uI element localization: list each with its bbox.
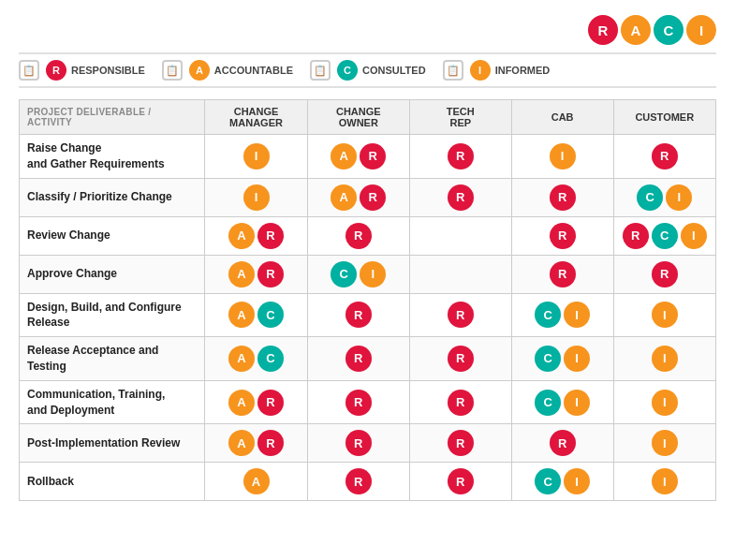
table-row: RollbackARRCII xyxy=(20,463,716,501)
cell-3-4: R xyxy=(613,255,715,293)
cell-0-3: I xyxy=(511,135,613,179)
cell-4-3: CI xyxy=(511,293,613,337)
legend-c: 📋CCONSULTED xyxy=(310,60,426,81)
cell-2-1: R xyxy=(307,216,409,255)
col-header-2: TECHREP xyxy=(409,100,511,135)
badge-r: R xyxy=(448,430,474,456)
legend-a: 📋AACCOUNTABLE xyxy=(162,60,293,81)
title-row: RACI xyxy=(19,15,716,45)
legend-badge-c: C xyxy=(337,60,358,81)
cell-4-2: R xyxy=(409,293,511,337)
badge-r: R xyxy=(360,184,386,211)
corner-badge-i: I xyxy=(686,15,716,45)
cell-1-4: CI xyxy=(613,178,715,216)
badge-r: R xyxy=(652,143,678,169)
badge-r: R xyxy=(345,302,372,328)
badge-a: A xyxy=(228,390,255,416)
cell-1-2: R xyxy=(409,178,511,216)
badge-a: A xyxy=(228,346,255,372)
legend-r: 📋RRESPONSIBLE xyxy=(19,60,145,81)
badge-i: I xyxy=(564,390,590,416)
cell-6-1: R xyxy=(307,380,409,424)
badge-a: A xyxy=(228,261,255,287)
badge-r: R xyxy=(550,223,576,249)
badge-c: C xyxy=(535,302,561,328)
cell-7-1: R xyxy=(307,424,409,463)
badge-r: R xyxy=(448,302,474,328)
badge-r: R xyxy=(257,261,284,287)
cell-1-3: R xyxy=(511,178,613,216)
badge-i: I xyxy=(550,143,576,169)
activity-cell-1: Classify / Prioritize Change xyxy=(20,178,205,216)
cell-8-4: I xyxy=(613,463,715,501)
legend-badge-a: A xyxy=(189,60,210,81)
badge-r: R xyxy=(550,430,576,456)
table-row: Communication, Training,and DeploymentAR… xyxy=(20,380,716,424)
cell-0-2: R xyxy=(409,135,511,179)
cell-5-1: R xyxy=(307,337,409,381)
legend-badge-r: R xyxy=(46,60,66,81)
badge-i: I xyxy=(564,302,590,328)
cell-2-3: R xyxy=(511,216,613,255)
badge-r: R xyxy=(448,184,474,211)
legend-label-a: ACCOUNTABLE xyxy=(214,65,293,76)
badge-r: R xyxy=(652,261,678,287)
badge-r: R xyxy=(345,430,372,456)
cell-2-2 xyxy=(409,216,511,255)
badge-r: R xyxy=(345,223,372,249)
cell-8-3: CI xyxy=(511,463,613,501)
cell-2-4: RCI xyxy=(613,216,715,255)
col-header-1: CHANGEOWNER xyxy=(307,100,409,135)
badge-a: A xyxy=(228,430,255,456)
activity-cell-0: Raise Changeand Gather Requirements xyxy=(20,135,205,179)
badge-r: R xyxy=(550,261,576,287)
badge-r: R xyxy=(448,143,474,169)
cell-1-1: AR xyxy=(307,178,409,216)
badge-r: R xyxy=(550,184,576,211)
table-row: Classify / Prioritize ChangeIARRRCI xyxy=(20,178,716,216)
cell-4-1: R xyxy=(307,293,409,337)
cell-4-4: I xyxy=(613,293,715,337)
table-row: Review ChangeARRRRCI xyxy=(20,216,716,255)
cell-3-3: R xyxy=(511,255,613,293)
activity-cell-8: Rollback xyxy=(20,463,205,501)
badge-r: R xyxy=(360,143,386,169)
badge-i: I xyxy=(652,346,678,372)
cell-6-4: I xyxy=(613,380,715,424)
cell-2-0: AR xyxy=(205,216,307,255)
cell-7-4: I xyxy=(613,424,715,463)
col-header-4: CUSTOMER xyxy=(613,100,715,135)
cell-3-1: CI xyxy=(307,255,409,293)
cell-3-0: AR xyxy=(205,255,307,293)
badge-i: I xyxy=(652,302,678,328)
table-row: Approve ChangeARCIRR xyxy=(20,255,716,293)
cell-8-2: R xyxy=(409,463,511,501)
cell-6-2: R xyxy=(409,380,511,424)
badge-r: R xyxy=(257,223,284,249)
activity-cell-3: Approve Change xyxy=(20,255,205,293)
legend-label-c: CONSULTED xyxy=(362,65,426,76)
badge-i: I xyxy=(360,261,386,287)
corner-badge-a: A xyxy=(621,15,651,45)
cell-0-0: I xyxy=(205,135,307,179)
corner-badge-c: C xyxy=(654,15,684,45)
badge-i: I xyxy=(243,143,270,169)
badge-c: C xyxy=(535,390,561,416)
badge-c: C xyxy=(257,302,284,328)
cell-0-1: AR xyxy=(307,135,409,179)
badge-r: R xyxy=(345,346,372,372)
badge-a: A xyxy=(243,468,270,494)
badge-i: I xyxy=(243,184,270,211)
badge-r: R xyxy=(448,390,474,416)
cell-8-1: R xyxy=(307,463,409,501)
badge-c: C xyxy=(535,468,561,494)
badge-i: I xyxy=(652,390,678,416)
cell-0-4: R xyxy=(613,135,715,179)
legend-label-i: INFORMED xyxy=(495,65,551,76)
activity-cell-2: Review Change xyxy=(20,216,205,255)
badge-i: I xyxy=(681,223,707,249)
corner-badge-r: R xyxy=(588,15,618,45)
badge-i: I xyxy=(564,468,590,494)
badge-c: C xyxy=(331,261,357,287)
cell-8-0: A xyxy=(205,463,307,501)
